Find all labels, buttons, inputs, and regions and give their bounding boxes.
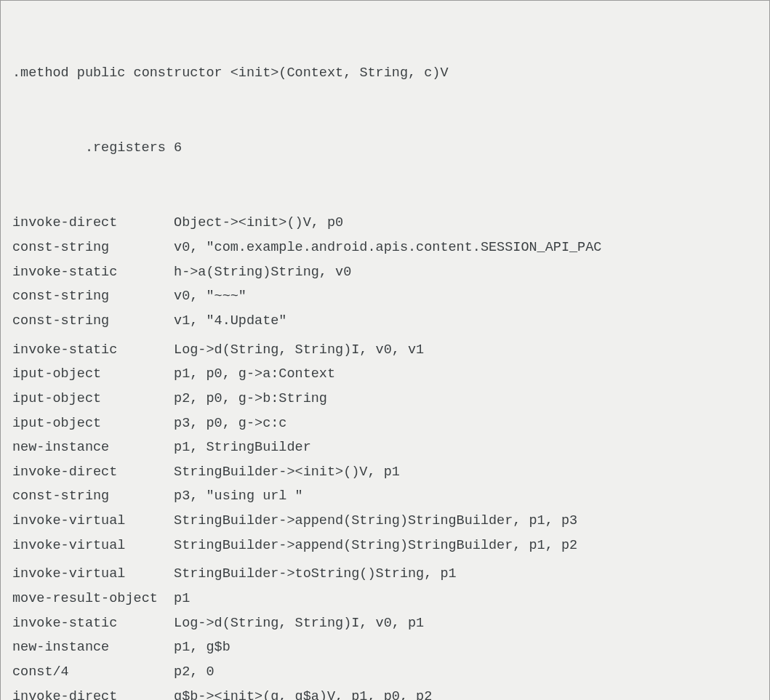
opcode: invoke-direct — [12, 460, 174, 485]
code-body: invoke-directObject-><init>()V, p0const-… — [12, 211, 769, 700]
code-block: .method public constructor <init>(Contex… — [0, 0, 770, 700]
instruction-line: new-instancep1, g$b — [12, 635, 769, 660]
instruction-line: const-stringp3, "using url " — [12, 484, 769, 509]
instruction-line: const-stringv1, "4.Update" — [12, 309, 769, 334]
instruction-line: invoke-staticLog->d(String, String)I, v0… — [12, 338, 769, 363]
opcode: const-string — [12, 309, 174, 334]
instruction-line: invoke-virtualStringBuilder->append(Stri… — [12, 534, 769, 558]
opcode: invoke-direct — [12, 685, 174, 700]
instruction-line: iput-objectp2, p0, g->b:String — [12, 387, 769, 411]
instruction-group: invoke-staticLog->d(String, String)I, v0… — [12, 338, 769, 558]
instruction-line: const-stringv0, "com.example.android.api… — [12, 236, 769, 260]
opcode: invoke-direct — [12, 211, 174, 236]
registers-line: .registers 6 — [12, 136, 769, 161]
opcode: iput-object — [12, 387, 174, 411]
operands: StringBuilder-><init>()V, p1 — [174, 464, 400, 480]
operands: p1 — [174, 591, 190, 606]
opcode: iput-object — [12, 362, 174, 387]
instruction-line: invoke-directg$b-><init>(g, g$a)V, p1, p… — [12, 685, 769, 700]
operands: v0, "com.example.android.apis.content.SE… — [174, 240, 601, 255]
opcode: iput-object — [12, 411, 174, 436]
instruction-line: new-instancep1, StringBuilder — [12, 435, 769, 460]
opcode: const/4 — [12, 660, 174, 685]
instruction-line: invoke-directObject-><init>()V, p0 — [12, 211, 769, 236]
instruction-line: invoke-staticLog->d(String, String)I, v0… — [12, 611, 769, 636]
instruction-group: invoke-directObject-><init>()V, p0const-… — [12, 211, 769, 333]
opcode: invoke-static — [12, 611, 174, 636]
operands: StringBuilder->append(String)StringBuild… — [174, 538, 577, 553]
operands: StringBuilder->toString()String, p1 — [174, 566, 457, 582]
operands: p3, "using url " — [174, 488, 303, 504]
instruction-line: invoke-statich->a(String)String, v0 — [12, 260, 769, 285]
operands: Object-><init>()V, p0 — [174, 215, 343, 230]
opcode: move-result-object — [12, 587, 174, 611]
operands: p1, p0, g->a:Context — [174, 366, 335, 382]
operands: h->a(String)String, v0 — [174, 265, 351, 280]
operands: p3, p0, g->c:c — [174, 416, 286, 431]
instruction-group: invoke-virtualStringBuilder->toString()S… — [12, 562, 769, 700]
opcode: invoke-virtual — [12, 509, 174, 534]
instruction-line: move-result-objectp1 — [12, 587, 769, 611]
opcode: const-string — [12, 484, 174, 509]
opcode: new-instance — [12, 635, 174, 660]
instruction-line: iput-objectp3, p0, g->c:c — [12, 411, 769, 436]
opcode: invoke-virtual — [12, 562, 174, 587]
opcode: invoke-virtual — [12, 534, 174, 558]
instruction-line: invoke-virtualStringBuilder->append(Stri… — [12, 509, 769, 534]
operands: Log->d(String, String)I, v0, p1 — [174, 616, 424, 631]
instruction-line: const-stringv0, "~~~" — [12, 284, 769, 309]
opcode: new-instance — [12, 435, 174, 460]
instruction-line: invoke-directStringBuilder-><init>()V, p… — [12, 460, 769, 485]
operands: p1, StringBuilder — [174, 440, 311, 455]
operands: v1, "4.Update" — [174, 313, 286, 329]
operands: p1, g$b — [174, 640, 230, 655]
opcode: invoke-static — [12, 338, 174, 363]
opcode: const-string — [12, 284, 174, 309]
operands: Log->d(String, String)I, v0, v1 — [174, 342, 424, 358]
operands: v0, "~~~" — [174, 289, 246, 304]
instruction-line: iput-objectp1, p0, g->a:Context — [12, 362, 769, 387]
instruction-line: const/4p2, 0 — [12, 660, 769, 685]
opcode: invoke-static — [12, 260, 174, 285]
operands: g$b-><init>(g, g$a)V, p1, p0, p2 — [174, 689, 432, 700]
instruction-line: invoke-virtualStringBuilder->toString()S… — [12, 562, 769, 587]
operands: p2, p0, g->b:String — [174, 391, 327, 406]
method-signature: .method public constructor <init>(Contex… — [12, 61, 769, 86]
operands: p2, 0 — [174, 664, 214, 680]
opcode: const-string — [12, 236, 174, 260]
operands: StringBuilder->append(String)StringBuild… — [174, 513, 577, 528]
